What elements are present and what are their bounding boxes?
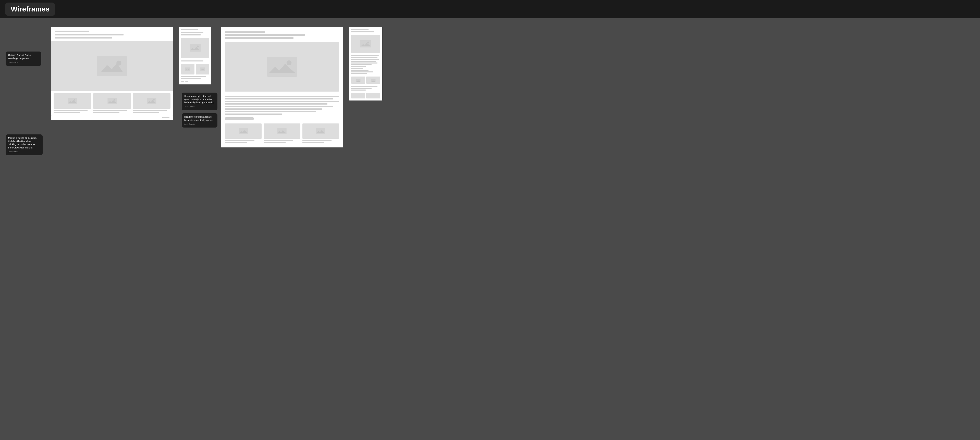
image-icon-mobile-2 [185, 67, 191, 71]
svg-rect-19 [356, 79, 360, 82]
annotation-author-3: Joel Garcia [184, 105, 215, 108]
wireframe-frame-3-container [221, 27, 343, 148]
svg-point-9 [197, 46, 199, 48]
svg-point-1 [117, 60, 122, 65]
annotation-3: Show transcript button will open transcr… [182, 92, 218, 110]
svg-rect-16 [316, 128, 325, 134]
annotation-text-3: Show transcript button will open transcr… [184, 95, 215, 104]
wireframe-frame-4-container [349, 27, 382, 100]
annotation-text-1: Utilizing Capital One's Heading Componen… [8, 54, 39, 60]
annotation-author-1: Joel Garcia [8, 61, 39, 64]
svg-point-18 [367, 41, 369, 43]
image-icon-frame4 [360, 40, 372, 48]
image-icon-1 [88, 56, 136, 76]
annotation-text-2: Max of 3 videos on desktop. Mobile will … [8, 137, 40, 149]
svg-point-7 [153, 99, 155, 100]
image-icon-frame4-t1 [355, 79, 361, 81]
svg-rect-4 [107, 98, 117, 104]
image-icon-2 [65, 98, 80, 104]
wireframe-frame-1-container [51, 27, 173, 120]
image-icon-mobile-3 [200, 67, 205, 71]
image-icon-frame3-t1 [236, 128, 251, 134]
svg-rect-0 [97, 56, 127, 76]
svg-rect-8 [189, 44, 201, 51]
svg-rect-11 [200, 67, 205, 71]
svg-rect-10 [185, 67, 191, 71]
svg-rect-17 [360, 40, 371, 48]
svg-rect-6 [147, 98, 156, 104]
annotation-2: Max of 3 videos on desktop. Mobile will … [6, 134, 43, 155]
svg-rect-14 [239, 128, 248, 134]
annotation-author-2: Joel Garcia [8, 150, 40, 153]
svg-rect-2 [68, 98, 77, 104]
wireframe-frame-2-container: Show transcript button will open transcr… [179, 27, 215, 127]
canvas: Utilizing Capital One's Heading Componen… [0, 18, 980, 440]
image-icon-frame4-t2 [371, 79, 376, 81]
page-title: Wireframes [5, 3, 55, 16]
annotation-author-4: Joel Garcia [184, 123, 215, 125]
header: Wireframes [0, 0, 980, 18]
annotation-4: Read more button appears before transcri… [182, 113, 218, 127]
image-icon-frame3 [259, 57, 305, 77]
image-icon-3 [105, 98, 120, 104]
annotation-1: Utilizing Capital One's Heading Componen… [6, 51, 41, 66]
image-icon-frame3-t3 [313, 128, 328, 134]
svg-rect-12 [267, 57, 297, 77]
image-icon-frame3-t2 [275, 128, 289, 134]
svg-point-3 [74, 99, 75, 100]
image-icon-mobile [189, 44, 201, 52]
svg-point-13 [286, 60, 292, 65]
image-icon-4 [144, 98, 159, 104]
svg-rect-20 [371, 79, 375, 82]
svg-rect-15 [277, 128, 286, 134]
annotation-text-4: Read more button appears before transcri… [184, 115, 215, 122]
svg-point-5 [113, 99, 115, 100]
